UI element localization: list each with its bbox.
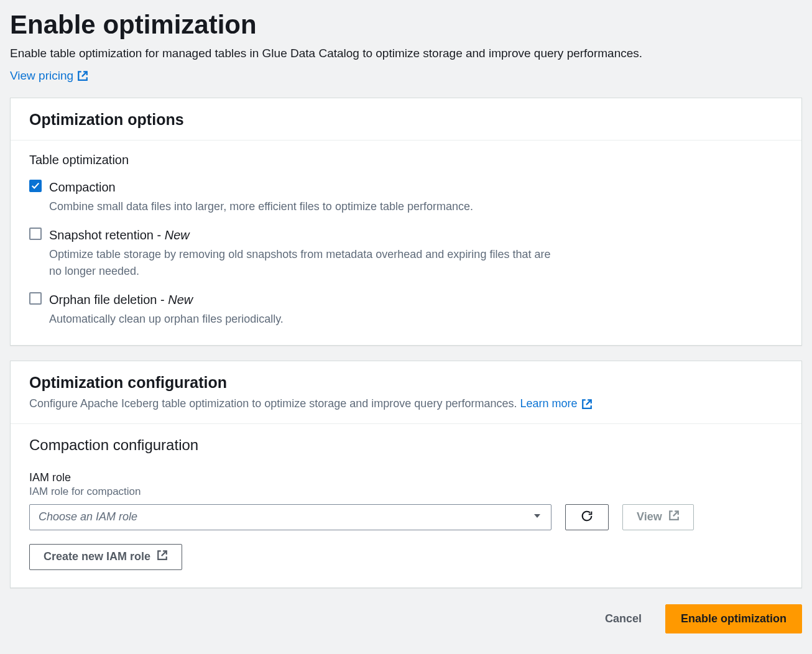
options-card-title: Optimization options: [29, 111, 783, 129]
page-title: Enable optimization: [10, 10, 802, 40]
learn-more-label: Learn more: [520, 395, 577, 412]
external-link-icon: [581, 395, 593, 412]
compaction-label: Compaction: [49, 178, 559, 196]
page-description: Enable table optimization for managed ta…: [10, 45, 802, 63]
orphan-file-deletion-label: Orphan file deletion - New: [49, 291, 559, 308]
caret-down-icon: [532, 511, 542, 523]
view-pricing-link[interactable]: View pricing: [10, 69, 88, 83]
optimization-options-card: Optimization options Table optimization …: [10, 98, 802, 346]
create-new-iam-role-button[interactable]: Create new IAM role: [29, 544, 182, 570]
table-optimization-label: Table optimization: [29, 153, 783, 167]
create-new-iam-role-label: Create new IAM role: [44, 550, 150, 563]
refresh-button[interactable]: [565, 504, 609, 530]
iam-role-placeholder: Choose an IAM role: [39, 510, 137, 523]
config-card-title: Optimization configuration: [29, 374, 783, 392]
view-button[interactable]: View: [622, 504, 694, 530]
iam-role-label: IAM role: [29, 471, 783, 484]
compaction-checkbox[interactable]: [29, 180, 42, 192]
snapshot-retention-desc: Optimize table storage by removing old s…: [49, 246, 559, 280]
cancel-button[interactable]: Cancel: [594, 606, 653, 632]
iam-role-select[interactable]: Choose an IAM role: [29, 504, 551, 530]
compaction-desc: Combine small data files into larger, mo…: [49, 198, 559, 215]
checkbox-snapshot-retention: Snapshot retention - New Optimize table …: [29, 226, 783, 280]
external-link-icon: [77, 69, 88, 83]
iam-role-hint: IAM role for compaction: [29, 486, 783, 498]
checkbox-orphan-file-deletion: Orphan file deletion - New Automatically…: [29, 291, 783, 328]
footer-actions: Cancel Enable optimization: [10, 604, 802, 633]
learn-more-link[interactable]: Learn more: [520, 395, 592, 412]
refresh-icon: [580, 509, 594, 525]
snapshot-retention-checkbox[interactable]: [29, 228, 42, 240]
enable-optimization-button[interactable]: Enable optimization: [665, 604, 802, 633]
checkbox-compaction: Compaction Combine small data files into…: [29, 178, 783, 215]
config-card-desc: Configure Apache Iceberg table optimizat…: [29, 395, 783, 412]
external-link-icon: [668, 510, 680, 524]
orphan-file-deletion-checkbox[interactable]: [29, 292, 42, 305]
optimization-configuration-card: Optimization configuration Configure Apa…: [10, 361, 802, 588]
external-link-icon: [157, 550, 168, 564]
orphan-file-deletion-desc: Automatically clean up orphan files peri…: [49, 311, 559, 328]
compaction-configuration-title: Compaction configuration: [29, 436, 783, 454]
view-button-label: View: [637, 510, 662, 523]
view-pricing-label: View pricing: [10, 69, 73, 83]
snapshot-retention-label: Snapshot retention - New: [49, 226, 559, 244]
